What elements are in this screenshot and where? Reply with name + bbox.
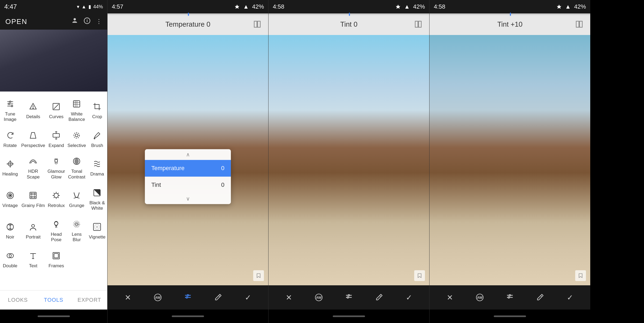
tool-black-white[interactable]: Black & White <box>87 183 107 215</box>
compare-icon-3[interactable] <box>414 19 424 29</box>
nav-looks[interactable]: LOOKS <box>0 290 36 310</box>
cancel-btn-3[interactable]: ✕ <box>282 291 296 304</box>
tool-retrolux[interactable]: Retrolux <box>46 183 66 215</box>
svg-rect-48 <box>54 254 58 258</box>
tool-expand[interactable]: Expand <box>46 126 66 152</box>
vintage-icon <box>5 190 16 201</box>
grainy-film-label: Grainy Film <box>22 203 45 208</box>
auto-btn-4[interactable]: AW <box>473 291 486 304</box>
tool-vintage[interactable]: Vintage <box>0 183 20 215</box>
compare-icon-4[interactable] <box>575 19 585 29</box>
tool-vignette[interactable]: Vignette <box>87 215 107 246</box>
tool-frames[interactable]: Frames <box>46 246 66 272</box>
bookmark-icon-2[interactable] <box>253 270 264 281</box>
top-bar-icons: i ⋮ <box>71 17 102 26</box>
expand-label: Expand <box>49 143 64 148</box>
adjustments-btn-2[interactable] <box>181 291 195 304</box>
battery-2: ▲ <box>243 3 249 10</box>
confirm-btn-4[interactable]: ✓ <box>563 291 577 304</box>
person-icon[interactable] <box>71 17 78 26</box>
tool-portrait[interactable]: Portrait <box>20 215 46 246</box>
white-balance-label: White Balance <box>67 111 86 122</box>
svg-point-37 <box>32 224 35 227</box>
cancel-btn-4[interactable]: ✕ <box>443 291 457 304</box>
tool-tune-image[interactable]: Tune Image <box>0 94 20 126</box>
curves-icon <box>51 101 62 112</box>
more-icon[interactable]: ⋮ <box>96 18 102 25</box>
tool-white-balance[interactable]: White Balance <box>66 94 87 126</box>
wb-temperature-value: 0 <box>221 165 224 172</box>
tool-selective[interactable]: Selective <box>66 126 87 152</box>
info-icon[interactable]: i <box>84 17 91 26</box>
confirm-btn-2[interactable]: ✓ <box>241 291 255 304</box>
tool-grunge[interactable]: Grunge <box>66 183 87 215</box>
tool-perspective[interactable]: Perspective <box>20 126 46 152</box>
svg-text:AW: AW <box>155 296 161 300</box>
drama-icon <box>92 159 102 169</box>
details-icon <box>28 101 38 112</box>
tools-grid-area: Tune Image Details Curves <box>0 92 107 290</box>
eyedropper-btn-3[interactable] <box>372 291 386 304</box>
svg-rect-72 <box>579 21 582 27</box>
svg-marker-17 <box>30 132 36 138</box>
tool-tonal-contrast[interactable]: Tonal Contrast <box>66 152 87 183</box>
open-label[interactable]: OPEN <box>5 17 27 26</box>
wb-temperature-row[interactable]: Temperature 0 <box>145 160 231 177</box>
vignette-label: Vignette <box>89 234 105 240</box>
tool-rotate[interactable]: Rotate <box>0 126 20 152</box>
confirm-btn-3[interactable]: ✓ <box>402 291 416 304</box>
curves-label: Curves <box>49 114 63 120</box>
tool-healing[interactable]: Healing <box>0 152 20 183</box>
compare-icon-2[interactable] <box>253 19 263 29</box>
adjustments-btn-3[interactable] <box>342 291 356 304</box>
auto-btn-3[interactable]: AW <box>312 291 325 304</box>
home-indicator-2 <box>172 315 204 317</box>
tool-glamour-glow[interactable]: Glamour Glow <box>46 152 66 183</box>
svg-point-8 <box>8 103 10 104</box>
nav-tools[interactable]: TOOLS <box>36 290 71 310</box>
tool-curves[interactable]: Curves <box>46 94 66 126</box>
vignette-icon <box>92 222 102 232</box>
eyedropper-btn-2[interactable] <box>211 291 225 304</box>
tool-details[interactable]: Details <box>20 94 46 126</box>
svg-point-22 <box>74 132 80 138</box>
wb-tint-label: Tint <box>151 181 161 188</box>
tool-crop[interactable]: Crop <box>87 94 107 126</box>
svg-rect-18 <box>53 134 59 137</box>
adjustment-label-3: Tint 0 <box>340 20 357 29</box>
bookmark-icon-4[interactable] <box>575 270 586 281</box>
svg-rect-32 <box>31 196 32 198</box>
svg-point-11 <box>11 105 13 107</box>
status-bar-4: 4:58 ▲ 42% <box>430 0 590 13</box>
eyedropper-btn-4[interactable] <box>533 291 547 304</box>
tool-drama[interactable]: Drama <box>87 152 107 183</box>
nav-export[interactable]: EXPORT <box>71 290 107 310</box>
image-area-2: ∧ Temperature 0 Tint 0 ∨ <box>108 35 268 285</box>
time-3: 4:58 <box>273 3 284 10</box>
svg-text:i: i <box>87 18 88 23</box>
home-indicator-3 <box>333 315 365 317</box>
slider-thumb-4[interactable] <box>510 13 511 16</box>
tool-head-pose[interactable]: Head Pose <box>46 215 66 246</box>
slider-thumb-3[interactable] <box>349 13 350 16</box>
preview-placeholder <box>0 30 107 92</box>
tool-brush[interactable]: Brush <box>87 126 107 152</box>
auto-btn-2[interactable]: AW <box>151 291 164 304</box>
adjustments-btn-4[interactable] <box>503 291 517 304</box>
home-bar-3 <box>269 310 429 323</box>
tools-grid: Tune Image Details Curves <box>0 94 107 272</box>
tool-hdr-scape[interactable]: HDR Scape <box>20 152 46 183</box>
wb-tint-row[interactable]: Tint 0 <box>145 177 231 193</box>
tool-double[interactable]: Double <box>0 246 20 272</box>
grunge-icon <box>71 190 82 201</box>
tool-lens-blur[interactable]: Lens Blur <box>66 215 87 246</box>
bookmark-icon-3[interactable] <box>414 270 425 281</box>
tool-grainy-film[interactable]: Grainy Film <box>20 183 46 215</box>
cancel-btn-2[interactable]: ✕ <box>121 291 135 304</box>
tool-text[interactable]: Text <box>20 246 46 272</box>
status-bar-1: 4:47 ▾ ▲ ▮ 44% <box>0 0 107 13</box>
statue-image-3 <box>269 35 429 285</box>
slider-thumb-2[interactable] <box>188 13 189 16</box>
tool-noir[interactable]: Noir <box>0 215 20 246</box>
editor-top-bar-2: Temperature 0 <box>108 13 268 35</box>
